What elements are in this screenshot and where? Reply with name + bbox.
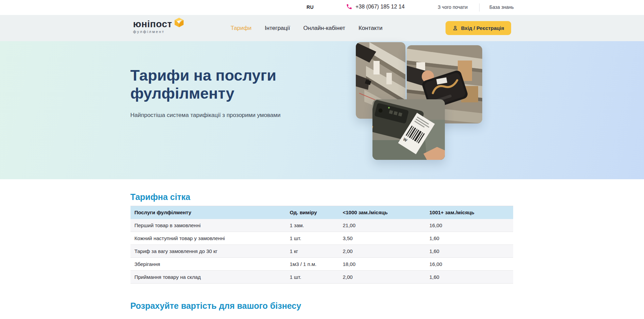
pricing-section: Тарифна сітка Послуги фулфілменту Од. ви… [0, 179, 644, 311]
user-icon [452, 25, 458, 31]
cell-unit: 1 шт. [290, 232, 343, 245]
login-button-label: Вхід / Реєстрація [461, 25, 504, 31]
col-header-under-1000: <1000 зам./місяць [343, 206, 430, 219]
cell-price-low: 21,00 [343, 219, 430, 232]
phone-number: +38 (067) 185 12 14 [355, 4, 405, 10]
photo-label-printer: W [372, 99, 445, 160]
language-switcher[interactable]: RU [307, 4, 314, 10]
table-row: Тариф за вагу замовлення до 30 кг 1 кг 2… [130, 245, 513, 258]
cell-unit: 1 зам. [290, 219, 343, 232]
utility-topbar: RU +38 (067) 185 12 14 З чого почати Баз… [0, 0, 644, 15]
logo[interactable]: юніпост фулфілмент [133, 19, 185, 34]
cell-price-high: 1,60 [430, 245, 513, 258]
cell-service: Перший товар в замовленні [130, 219, 290, 232]
col-header-over-1001: 1001+ зам./місяць [430, 206, 513, 219]
cell-service: Тариф за вагу замовлення до 30 кг [130, 245, 290, 258]
cell-price-low: 18,00 [343, 258, 430, 271]
nav-item-integrations[interactable]: Інтеграції [265, 25, 290, 32]
cell-price-high: 16,00 [430, 258, 513, 271]
table-row: Зберігання 1м3 / 1 п.м. 18,00 16,00 [130, 258, 513, 271]
nav-item-online-cabinet[interactable]: Онлайн-кабінет [303, 25, 345, 32]
phone-link[interactable]: +38 (067) 185 12 14 [346, 3, 405, 10]
nav-item-tariffs[interactable]: Тарифи [231, 25, 252, 32]
table-row: Перший товар в замовленні 1 зам. 21,00 1… [130, 219, 513, 232]
phone-icon [346, 3, 352, 10]
login-register-button[interactable]: Вхід / Реєстрація [446, 21, 511, 35]
cell-service: Кожний наступний товар у замовленні [130, 232, 290, 245]
cell-unit: 1 шт. [290, 271, 343, 284]
cell-unit: 1 кг [290, 245, 343, 258]
cell-price-high: 1,60 [430, 271, 513, 284]
col-header-service: Послуги фулфілменту [130, 206, 290, 219]
cell-price-low: 2,00 [343, 271, 430, 284]
logo-wordmark: юніпост [133, 19, 172, 29]
table-row: Кожний наступний товар у замовленні 1 шт… [130, 232, 513, 245]
hero-section: Тарифи на послуги фулфілменту Найпростіш… [0, 41, 644, 179]
cell-service: Зберігання [130, 258, 290, 271]
logo-tagline: фулфілмент [133, 30, 172, 34]
table-row: Приймання товару на склад 1 шт. 2,00 1,6… [130, 271, 513, 284]
logo-cube-icon [174, 17, 185, 29]
pricing-heading: Тарифна сітка [130, 192, 514, 202]
cell-unit: 1м3 / 1 п.м. [290, 258, 343, 271]
cell-price-low: 2,00 [343, 245, 430, 258]
cell-price-low: 3,50 [343, 232, 430, 245]
cell-price-high: 16,00 [430, 219, 513, 232]
calculator-heading: Розрахуйте вартість для вашого бізнесу [130, 301, 514, 311]
topbar-divider [479, 3, 480, 12]
tariff-table-header-row: Послуги фулфілменту Од. виміру <1000 зам… [130, 206, 513, 219]
topbar-link-get-started[interactable]: З чого почати [438, 4, 468, 10]
col-header-unit: Од. виміру [290, 206, 343, 219]
topbar-link-knowledge-base[interactable]: База знань [489, 4, 514, 10]
main-nav: Тарифи Інтеграції Онлайн-кабінет Контакт… [231, 15, 383, 41]
cell-service: Приймання товару на склад [130, 271, 290, 284]
nav-item-contacts[interactable]: Контакти [359, 25, 383, 32]
tariff-table: Послуги фулфілменту Од. виміру <1000 зам… [130, 206, 513, 284]
main-header: юніпост фулфілмент Тарифи Інтеграції Онл… [0, 15, 644, 41]
cell-price-high: 1,60 [430, 232, 513, 245]
